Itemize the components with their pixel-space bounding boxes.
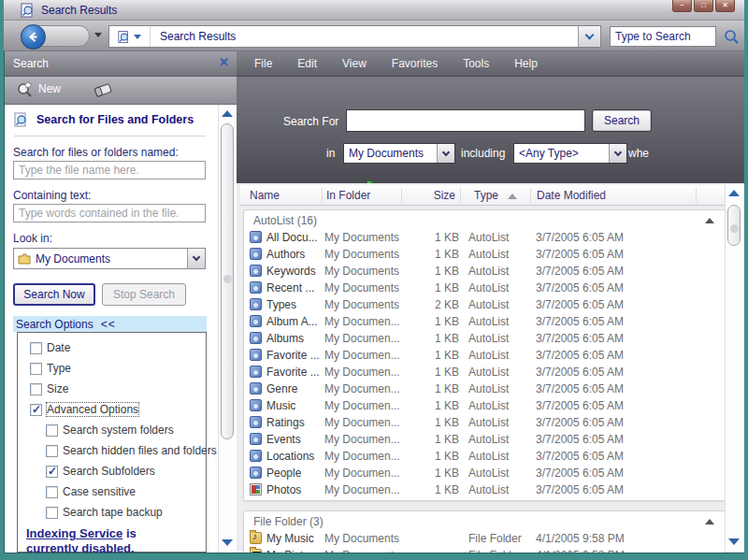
stop-search-button[interactable]: Stop Search bbox=[102, 283, 186, 306]
file-name-input[interactable] bbox=[13, 161, 206, 179]
table-row[interactable]: PeopleMy Documen...1 KBAutoList3/7/2005 … bbox=[244, 465, 726, 481]
maximize-button[interactable]: □ bbox=[694, 0, 713, 12]
column-header-date-modified[interactable]: Date Modified bbox=[537, 189, 606, 202]
table-row[interactable]: Favorite ...My Documen...1 KBAutoList3/7… bbox=[244, 347, 726, 364]
type-select[interactable]: <Any Type> bbox=[513, 143, 627, 164]
clear-eraser-icon[interactable] bbox=[93, 81, 113, 101]
back-button[interactable] bbox=[21, 24, 46, 50]
look-in-value: My Documents bbox=[31, 252, 187, 266]
cell-in-folder: My Documen... bbox=[324, 349, 400, 362]
menu-item-file[interactable]: File bbox=[254, 57, 272, 70]
menu-item-favorites[interactable]: Favorites bbox=[392, 57, 438, 70]
table-row[interactable]: My MusicMy DocumentsFile Folder4/1/2005 … bbox=[244, 530, 726, 547]
table-row[interactable]: All Docu...My Documents1 KBAutoList3/7/2… bbox=[244, 229, 726, 246]
scroll-down-icon[interactable] bbox=[728, 538, 740, 545]
search-magnifier-icon[interactable] bbox=[724, 29, 740, 48]
scroll-up-icon[interactable] bbox=[728, 190, 740, 196]
table-row[interactable]: AlbumsMy Documen...1 KBAutoList3/7/2005 … bbox=[244, 330, 726, 347]
checkbox[interactable] bbox=[30, 383, 42, 395]
look-in-select[interactable]: My Documents bbox=[13, 248, 206, 269]
results-scrollbar[interactable] bbox=[725, 184, 743, 552]
menu-item-edit[interactable]: Edit bbox=[297, 57, 317, 70]
option-row-search-system-folders[interactable]: Search system folders bbox=[46, 424, 206, 437]
option-row-date[interactable]: Date bbox=[30, 341, 206, 354]
checkbox[interactable] bbox=[46, 507, 58, 519]
checkbox[interactable] bbox=[46, 445, 58, 457]
scroll-up-icon[interactable] bbox=[222, 110, 233, 117]
results-scrollbar-thumb[interactable] bbox=[727, 205, 741, 246]
column-header-in-folder[interactable]: In Folder bbox=[326, 189, 370, 202]
table-row[interactable]: AuthorsMy Documents1 KBAutoList3/7/2005 … bbox=[244, 246, 726, 263]
checkbox[interactable] bbox=[46, 486, 58, 498]
checkbox[interactable] bbox=[30, 404, 42, 416]
table-row[interactable]: GenreMy Documen...1 KBAutoList3/7/2005 6… bbox=[244, 381, 726, 397]
cell-name: Music bbox=[266, 399, 295, 412]
back-dropdown-icon[interactable] bbox=[94, 37, 102, 50]
table-row[interactable]: MusicMy Documen...1 KBAutoList3/7/2005 6… bbox=[244, 397, 726, 414]
in-select-dropdown-button[interactable] bbox=[437, 144, 454, 163]
cell-in-folder: My Documen... bbox=[324, 382, 400, 395]
checkbox[interactable] bbox=[30, 342, 42, 354]
cell-in-folder: My Documents bbox=[324, 549, 399, 553]
column-header-type[interactable]: Type bbox=[474, 189, 498, 202]
window-title: Search Results bbox=[41, 4, 117, 17]
option-row-case-sensitive[interactable]: Case sensitive bbox=[46, 485, 206, 498]
table-row[interactable]: TypesMy Documents2 KBAutoList3/7/2005 6:… bbox=[244, 296, 726, 313]
column-header-name[interactable]: Name bbox=[250, 189, 280, 202]
address-icon-cell[interactable] bbox=[109, 26, 151, 47]
menu-item-help[interactable]: Help bbox=[514, 57, 538, 70]
search-options-header[interactable]: Search Options<< bbox=[13, 316, 207, 332]
option-row-search-tape-backup[interactable]: Search tape backup bbox=[46, 506, 206, 519]
collapse-group-icon[interactable] bbox=[705, 519, 714, 524]
table-row[interactable]: PhotosMy Documen...1 KBAutoList3/7/2005 … bbox=[244, 481, 726, 498]
indexing-service-link[interactable]: Indexing Service bbox=[26, 526, 122, 540]
checkbox[interactable] bbox=[30, 363, 42, 375]
table-row[interactable]: LocationsMy Documen...1 KBAutoList3/7/20… bbox=[244, 448, 726, 465]
address-combo-button[interactable] bbox=[578, 26, 600, 47]
cell-name: Locations bbox=[266, 450, 314, 463]
collapse-group-icon[interactable] bbox=[705, 218, 714, 223]
table-row[interactable]: Album A...My Documen...1 KBAutoList3/7/2… bbox=[244, 313, 726, 330]
option-row-size[interactable]: Size bbox=[30, 382, 206, 395]
new-search-button[interactable]: New bbox=[16, 80, 61, 97]
close-button[interactable]: ✕ bbox=[715, 0, 735, 12]
quick-search-input[interactable] bbox=[611, 27, 715, 46]
table-row[interactable]: My Pict...My DocumentsFile Folder4/1/200… bbox=[244, 547, 726, 553]
sidebar-scrollbar-thumb[interactable] bbox=[221, 123, 234, 439]
sidebar-close-icon[interactable]: ✕ bbox=[219, 55, 229, 69]
option-row-advanced-options[interactable]: Advanced Options bbox=[30, 403, 206, 416]
type-select-dropdown-button[interactable] bbox=[609, 144, 626, 163]
autolist-icon bbox=[250, 433, 262, 445]
option-row-type[interactable]: Type bbox=[30, 362, 206, 375]
sidebar-scrollbar[interactable] bbox=[218, 105, 236, 553]
option-row-search-hidden-files-and-folders[interactable]: Search hidden files and folders bbox=[46, 444, 206, 457]
cell-date-modified: 4/1/2005 9:58 PM bbox=[536, 549, 625, 553]
in-select[interactable]: My Documents bbox=[343, 143, 455, 164]
titlebar: Search Results − □ ✕ bbox=[4, 0, 744, 21]
table-row[interactable]: EventsMy Documen...1 KBAutoList3/7/2005 … bbox=[244, 431, 726, 448]
menu-bar: FileEditViewFavoritesToolsHelp bbox=[237, 51, 744, 77]
containing-text-input[interactable] bbox=[13, 204, 206, 223]
checkbox[interactable] bbox=[46, 466, 58, 478]
table-row[interactable]: Favorite ...My Documen...1 KBAutoList3/7… bbox=[244, 364, 726, 381]
search-for-input[interactable] bbox=[346, 109, 585, 132]
column-header-size[interactable]: Size bbox=[396, 189, 455, 202]
table-row[interactable]: KeywordsMy Documents1 KBAutoList3/7/2005… bbox=[244, 263, 726, 280]
group-label: AutoList (16) bbox=[253, 214, 317, 227]
table-row[interactable]: Recent ...My Documents1 KBAutoList3/7/20… bbox=[244, 280, 726, 296]
option-row-search-subfolders[interactable]: Search Subfolders bbox=[46, 465, 206, 478]
search-button[interactable]: Search bbox=[592, 109, 652, 132]
scroll-down-icon[interactable] bbox=[222, 539, 233, 546]
autolist-icon bbox=[250, 349, 262, 361]
address-bar[interactable]: Search Results bbox=[108, 25, 601, 48]
cell-size: 1 KB bbox=[394, 281, 459, 294]
search-now-button[interactable]: Search Now bbox=[13, 283, 95, 306]
minimize-button[interactable]: − bbox=[672, 0, 692, 12]
search-options-collapse[interactable]: << bbox=[101, 318, 116, 331]
look-in-dropdown-button[interactable] bbox=[187, 249, 205, 268]
menu-item-view[interactable]: View bbox=[342, 57, 367, 70]
menu-item-tools[interactable]: Tools bbox=[463, 57, 489, 70]
cell-in-folder: My Documen... bbox=[324, 332, 400, 345]
table-row[interactable]: RatingsMy Documen...1 KBAutoList3/7/2005… bbox=[244, 414, 726, 431]
checkbox[interactable] bbox=[46, 424, 58, 437]
